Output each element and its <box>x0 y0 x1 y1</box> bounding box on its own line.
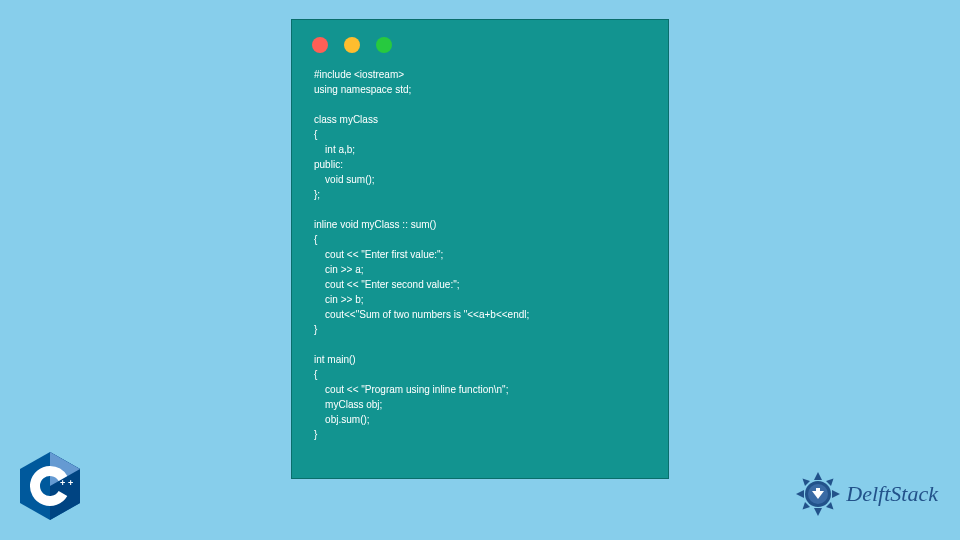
svg-marker-8 <box>832 490 840 498</box>
svg-marker-7 <box>796 490 804 498</box>
delftstack-name: DelftStack <box>846 481 938 507</box>
svg-marker-6 <box>814 508 822 516</box>
delftstack-logo: DelftStack <box>794 470 938 518</box>
svg-text:+: + <box>68 478 73 488</box>
svg-marker-5 <box>814 472 822 480</box>
delftstack-icon <box>794 470 842 518</box>
code-window: #include <iostream> using namespace std;… <box>291 19 669 479</box>
cpp-logo: + + <box>20 452 80 520</box>
code-content: #include <iostream> using namespace std;… <box>292 59 668 456</box>
svg-text:+: + <box>60 478 65 488</box>
maximize-icon <box>376 37 392 53</box>
window-controls <box>292 20 668 59</box>
close-icon <box>312 37 328 53</box>
minimize-icon <box>344 37 360 53</box>
